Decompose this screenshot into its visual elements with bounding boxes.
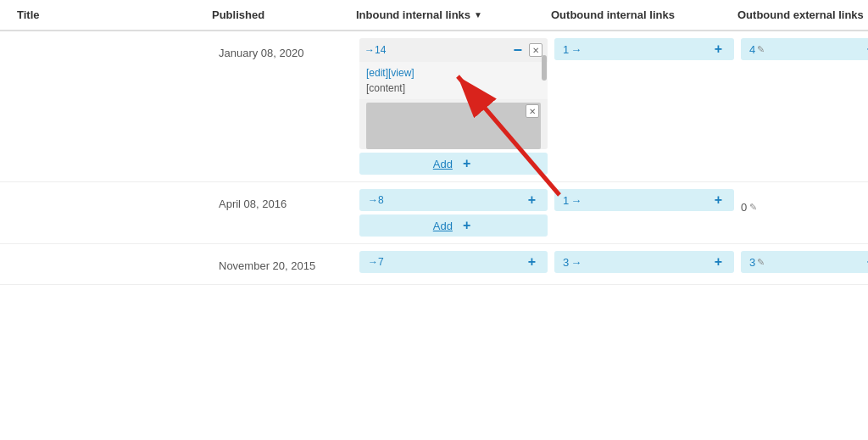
outbound-internal-value-2: 1→	[563, 194, 581, 207]
outbound-internal-pill-1: 1→ +	[554, 38, 734, 60]
thumbnail: ✕	[366, 103, 541, 149]
outbound-internal-cell-2: 1→ +	[551, 182, 737, 221]
header-title: Title	[17, 8, 212, 21]
thumbnail-close-button[interactable]: ✕	[526, 104, 539, 118]
header-outbound-external: Outbound external links	[737, 8, 868, 21]
title-cell	[17, 31, 212, 55]
date-cell: January 08, 2020	[212, 31, 356, 71]
inbound-count-2[interactable]: →8	[368, 194, 384, 206]
title-cell-3	[17, 244, 212, 268]
inbound-plus-3[interactable]: +	[525, 255, 539, 269]
table-header: Title Published Inbound internal links ▼…	[0, 0, 868, 31]
outbound-internal-pill-3: 3→ +	[554, 251, 734, 273]
date-value: January 08, 2020	[219, 47, 303, 59]
edit-icon-2[interactable]: ✎	[749, 202, 757, 213]
outbound-internal-plus-3[interactable]: +	[711, 255, 726, 269]
inbound-pill-2: →8 +	[359, 189, 548, 211]
pill-header: →14 − ✕	[359, 38, 548, 62]
inbound-expanded-pill: →14 − ✕ [edit][view] [content]	[359, 38, 548, 149]
outbound-external-plus-1[interactable]: +	[864, 42, 868, 56]
arrow-count-link[interactable]: →14	[364, 44, 386, 56]
header-published: Published	[212, 8, 356, 21]
add-link-2[interactable]: Add	[433, 220, 453, 232]
minus-button[interactable]: −	[509, 42, 526, 58]
header-inbound[interactable]: Inbound internal links ▼	[356, 8, 551, 21]
expanded-content: [edit][view] [content]	[359, 62, 548, 99]
edit-view-links[interactable]: [edit][view]	[366, 67, 541, 79]
outbound-internal-plus-1[interactable]: +	[711, 42, 726, 56]
edit-icon-1[interactable]: ✎	[757, 44, 765, 55]
outbound-external-plain-2: 0 ✎	[741, 189, 868, 214]
outbound-external-value-3: 3 ✎	[749, 256, 765, 269]
inbound-pill-3: →7 +	[359, 251, 548, 273]
add-pill-2: Add +	[359, 214, 548, 237]
title-cell-2	[17, 182, 212, 206]
add-link-1[interactable]: Add	[433, 158, 453, 170]
outbound-internal-pill-2: 1→ +	[554, 189, 734, 211]
outbound-external-pill-1: 4 ✎ +	[741, 38, 868, 60]
outbound-internal-value-1: 1→	[563, 43, 581, 56]
inbound-cell-1: →14 − ✕ [edit][view] [content]	[356, 31, 551, 181]
inbound-cell-2: →8 + Add +	[356, 182, 551, 243]
outbound-external-pill-3: 3 ✎ +	[741, 251, 868, 273]
outbound-external-cell-3: 3 ✎ +	[737, 244, 868, 283]
add-pill-1: Add +	[359, 153, 548, 175]
date-value-2: April 08, 2016	[219, 198, 287, 210]
data-table: Title Published Inbound internal links ▼…	[0, 0, 868, 285]
sort-icon: ▼	[474, 10, 482, 19]
table-row: November 20, 2015 →7 + 3→ + 3 ✎	[0, 244, 868, 285]
date-cell-3: November 20, 2015	[212, 244, 356, 284]
inbound-plus-2[interactable]: +	[525, 193, 539, 207]
edit-icon-3[interactable]: ✎	[757, 257, 765, 268]
add-plus-button-2[interactable]: +	[459, 219, 474, 232]
outbound-external-cell-2: 0 ✎	[737, 182, 868, 220]
add-plus-button-1[interactable]: +	[459, 157, 474, 170]
inbound-count-3[interactable]: →7	[368, 256, 384, 268]
outbound-external-value-1: 4 ✎	[749, 43, 765, 56]
content-label: [content]	[366, 82, 541, 94]
outbound-internal-value-3: 3→	[563, 256, 581, 269]
table-row: January 08, 2020 →14 − ✕ [edit][view]	[0, 31, 868, 182]
date-value-3: November 20, 2015	[219, 259, 315, 272]
date-cell-2: April 08, 2016	[212, 182, 356, 222]
inbound-cell-3: →7 +	[356, 244, 551, 283]
outbound-external-plus-3[interactable]: +	[864, 255, 868, 269]
header-outbound-internal: Outbound internal links	[551, 8, 737, 21]
outbound-internal-cell-1: 1→ +	[551, 31, 737, 70]
outbound-internal-plus-2[interactable]: +	[711, 193, 726, 207]
outbound-external-cell-1: 4 ✎ +	[737, 31, 868, 70]
outbound-internal-cell-3: 3→ +	[551, 244, 737, 283]
table-row: April 08, 2016 →8 + Add + 1→ +	[0, 182, 868, 244]
scrollbar[interactable]	[542, 55, 547, 81]
close-button-top[interactable]: ✕	[529, 43, 542, 57]
